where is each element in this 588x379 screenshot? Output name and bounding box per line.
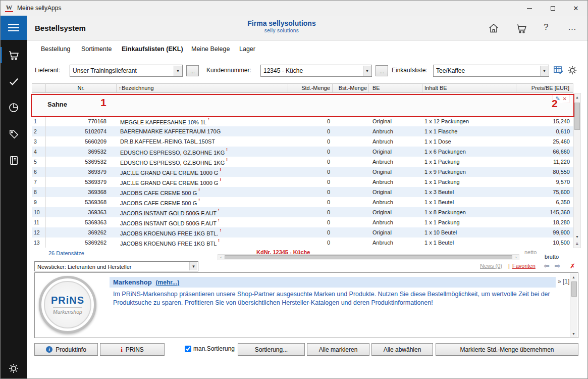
close-button[interactable]: ✕ bbox=[564, 1, 587, 16]
prins-button[interactable]: i PRiNS bbox=[100, 343, 165, 356]
be-cell: Anbruch bbox=[369, 238, 422, 248]
newsticker-select[interactable]: Newsticker: Lieferanten und Hersteller bbox=[35, 262, 198, 271]
news-more-link[interactable]: (mehr...) bbox=[156, 279, 180, 286]
table-row[interactable]: 135369262JACOBS KROENUNG FREE 1KG BTL!0A… bbox=[32, 238, 573, 248]
scrollbar-thumb[interactable] bbox=[571, 281, 577, 297]
article-number-cell: 5102074 bbox=[46, 126, 117, 136]
preis-cell: 75,600 bbox=[516, 187, 573, 197]
article-number-cell: 369262 bbox=[46, 227, 117, 238]
sidebar-item-einstellungen[interactable] bbox=[1, 362, 27, 374]
row-number: 6 bbox=[32, 167, 46, 177]
table-row[interactable]: 115369363JACOBS INSTANT GOLD 500G F.AUT!… bbox=[32, 217, 573, 227]
scrollbar-thumb[interactable] bbox=[225, 255, 512, 259]
tab-sortimente[interactable]: Sortimente bbox=[81, 45, 112, 53]
more-options-button[interactable]: … bbox=[568, 22, 577, 32]
scroll-down-icon[interactable]: ▼ bbox=[574, 233, 580, 240]
news-page-number[interactable]: [1] bbox=[563, 278, 569, 285]
table-row[interactable]: 35660209DR.B.KAFFEEM.-REING.TABL.150ST0A… bbox=[32, 136, 573, 147]
article-number-cell: 369368 bbox=[46, 187, 117, 197]
table-row[interactable]: 25102074BAERENMARKE KAFFEETRAUM 170G0Anb… bbox=[32, 126, 573, 136]
maximize-button[interactable] bbox=[541, 1, 564, 16]
minimize-button[interactable] bbox=[518, 1, 541, 16]
col-bezeichnung[interactable]: ↑Bezeichnung bbox=[117, 83, 288, 93]
brutto-label[interactable]: brutto bbox=[545, 254, 559, 260]
tab-bestellung[interactable]: Bestellung bbox=[41, 45, 70, 53]
table-row[interactable]: 12369262JACOBS KROENUNG FREE 1KG BTL.!0O… bbox=[32, 227, 573, 238]
col-bst-menge[interactable]: Bst.-Menge bbox=[333, 83, 369, 93]
table-row[interactable]: 8369368JACOBS CAFE CREME 500 G!0Original… bbox=[32, 187, 573, 197]
tab-einkaufslisten[interactable]: Einkaufslisten (EKL) bbox=[122, 45, 183, 53]
hamburger-menu-button[interactable] bbox=[1, 16, 27, 40]
table-row[interactable]: 95369368JACOBS CAFE CREME 500 G!0Anbruch… bbox=[32, 197, 573, 207]
article-name: JACOBS KROENUNG FREE 1KG BTL. bbox=[120, 230, 218, 236]
scroll-down-icon[interactable]: ▼ bbox=[570, 330, 577, 337]
company-name: Firma sellysolutions bbox=[219, 19, 345, 27]
produktinfo-button[interactable]: i Produktinfo bbox=[34, 343, 98, 356]
article-name-cell: EDUSCHO ESPRESSO, GZ.BOHNE 1KG! bbox=[117, 147, 288, 157]
kundennummer-select[interactable]: 12345 - Küche bbox=[261, 65, 371, 76]
table-settings-button[interactable] bbox=[567, 65, 578, 78]
lieferant-select[interactable]: Unser Trainingslieferant bbox=[70, 65, 182, 76]
table-row[interactable]: 6369379JAC.LE GRAND CAFE CREME 1000 G!0O… bbox=[32, 167, 573, 177]
lieferant-label: Lieferant: bbox=[35, 67, 60, 74]
table-vertical-scrollbar[interactable]: ▲ ▼ ⇊ bbox=[573, 93, 581, 248]
col-preis[interactable]: Preis/BE [EUR] bbox=[516, 83, 573, 93]
table-row[interactable]: 4369532EDUSCHO ESPRESSO, GZ.BOHNE 1KG!0O… bbox=[32, 147, 573, 157]
col-nr[interactable]: Nr. bbox=[46, 83, 117, 93]
scroll-up-icon[interactable]: ▲ bbox=[570, 273, 577, 280]
kundennummer-more-button[interactable]: ... bbox=[376, 65, 388, 76]
table-row[interactable]: 75369379JAC.LE GRAND CAFE CREME 1000 G!0… bbox=[32, 177, 573, 187]
bst-menge-cell bbox=[333, 217, 369, 227]
alle-abwaehlen-button[interactable]: Alle abwählen bbox=[371, 343, 433, 356]
table-row[interactable]: 1770168MEGGLE KAFFEESAHNE 10% 1L!0Origin… bbox=[32, 116, 573, 126]
scroll-left-icon[interactable]: ‹ bbox=[218, 255, 224, 260]
sidebar-item-preise[interactable] bbox=[1, 127, 27, 141]
sidebar-item-statistik[interactable] bbox=[1, 101, 27, 115]
sortierung-button[interactable]: Sortierung... bbox=[238, 343, 305, 356]
tab-lager[interactable]: Lager bbox=[239, 45, 255, 53]
uebernehmen-button[interactable]: Markierte Std.-Menge übernehmen bbox=[436, 343, 578, 356]
alle-markieren-button[interactable]: Alle markieren bbox=[307, 343, 369, 356]
col-bezeichnung-label: Bezeichnung bbox=[122, 85, 154, 91]
preis-cell: 80,550 bbox=[516, 167, 573, 177]
scroll-right-icon[interactable]: › bbox=[513, 255, 519, 260]
edit-list-button[interactable] bbox=[553, 65, 564, 78]
scroll-up-icon[interactable]: ▲ bbox=[574, 93, 580, 101]
preis-cell: 6,350 bbox=[516, 197, 573, 207]
lieferant-more-button[interactable]: ... bbox=[186, 65, 199, 76]
help-button[interactable]: ? bbox=[544, 22, 548, 32]
inhalt-be-cell: 1 x 12 Packungen bbox=[422, 116, 516, 126]
home-button[interactable] bbox=[488, 22, 500, 36]
nav-left-icon[interactable]: ⇦ bbox=[544, 262, 550, 270]
news-scrollbar[interactable]: ▲ ▼ bbox=[570, 273, 577, 337]
sidebar-item-bestellung[interactable] bbox=[1, 48, 27, 62]
bottom-bar: i Produktinfo i PRiNS man.Sortierung Sor… bbox=[27, 341, 588, 358]
col-std-menge[interactable]: Std.-Menge bbox=[288, 83, 333, 93]
table-row[interactable]: 10369363JACOBS INSTANT GOLD 500G F.AUT!0… bbox=[32, 207, 573, 217]
man-sortierung-checkbox[interactable] bbox=[185, 346, 191, 352]
scroll-end-icon[interactable]: ⇊ bbox=[574, 241, 580, 248]
sidebar-item-bestaetigen[interactable] bbox=[1, 74, 27, 88]
netto-label[interactable]: netto bbox=[524, 249, 537, 255]
einkaufsliste-select[interactable]: Tee/Kaffee bbox=[434, 65, 549, 76]
delete-x-icon[interactable]: ✕ bbox=[563, 96, 567, 102]
man-sortierung-label[interactable]: man.Sortierung bbox=[193, 345, 235, 352]
news-link[interactable]: News (0) bbox=[480, 263, 502, 269]
tab-meine-belege[interactable]: Meine Belege bbox=[191, 45, 230, 53]
annotation-callout-2: 2 bbox=[552, 98, 558, 110]
sidebar-item-kataloge[interactable] bbox=[1, 153, 27, 167]
gear-icon bbox=[567, 65, 578, 76]
group-row-sahne[interactable]: Sahne ✎ ✕ bbox=[32, 93, 573, 116]
close-news-icon[interactable]: ✗ bbox=[570, 262, 575, 270]
col-be[interactable]: BE bbox=[369, 83, 422, 93]
annotation-callout-1: 1 bbox=[100, 97, 106, 109]
scrollbar-thumb[interactable] bbox=[574, 103, 580, 130]
col-inhalt-be[interactable]: Inhalt BE bbox=[422, 83, 516, 93]
nav-right-icon[interactable]: ⇨ bbox=[555, 262, 561, 270]
table-row[interactable]: 55369532EDUSCHO ESPRESSO, GZ.BOHNE 1KG!0… bbox=[32, 157, 573, 167]
be-cell: Anbruch bbox=[369, 177, 422, 187]
std-menge-cell: 0 bbox=[288, 136, 333, 147]
cart-button[interactable] bbox=[515, 22, 528, 37]
bst-menge-cell bbox=[333, 227, 369, 238]
favoriten-link[interactable]: Favoriten bbox=[512, 263, 536, 269]
